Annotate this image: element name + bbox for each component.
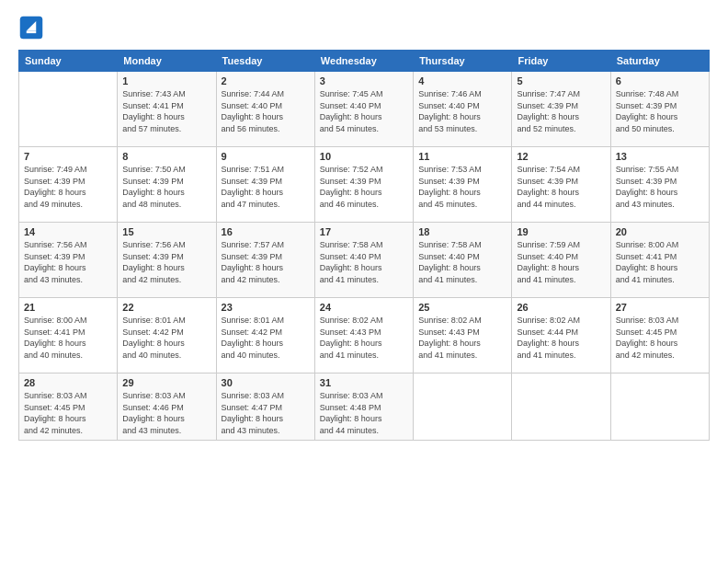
day-info: Sunrise: 7:54 AM Sunset: 4:39 PM Dayligh… (517, 164, 605, 210)
calendar-cell: 6Sunrise: 7:48 AM Sunset: 4:39 PM Daylig… (610, 72, 709, 147)
day-info: Sunrise: 8:02 AM Sunset: 4:44 PM Dayligh… (517, 315, 605, 361)
day-number: 3 (320, 75, 408, 86)
calendar-cell: 19Sunrise: 7:59 AM Sunset: 4:40 PM Dayli… (512, 223, 610, 298)
calendar-cell: 29Sunrise: 8:03 AM Sunset: 4:46 PM Dayli… (118, 373, 216, 441)
day-info: Sunrise: 8:00 AM Sunset: 4:41 PM Dayligh… (24, 315, 112, 361)
day-info: Sunrise: 8:02 AM Sunset: 4:43 PM Dayligh… (320, 315, 408, 361)
day-number: 16 (222, 226, 310, 237)
calendar-cell (19, 72, 118, 147)
weekday-header-thursday: Thursday (414, 51, 512, 72)
day-number: 11 (418, 151, 506, 162)
calendar-cell: 24Sunrise: 8:02 AM Sunset: 4:43 PM Dayli… (314, 298, 413, 373)
day-info: Sunrise: 8:02 AM Sunset: 4:43 PM Dayligh… (418, 315, 506, 361)
day-info: Sunrise: 7:56 AM Sunset: 4:39 PM Dayligh… (122, 239, 210, 285)
header (18, 15, 710, 40)
calendar-cell: 14Sunrise: 7:56 AM Sunset: 4:39 PM Dayli… (19, 223, 118, 298)
calendar-cell: 7Sunrise: 7:49 AM Sunset: 4:39 PM Daylig… (19, 147, 118, 223)
day-number: 6 (616, 75, 704, 86)
calendar-cell: 9Sunrise: 7:51 AM Sunset: 4:39 PM Daylig… (216, 147, 314, 223)
calendar-cell: 2Sunrise: 7:44 AM Sunset: 4:40 PM Daylig… (216, 72, 314, 147)
day-info: Sunrise: 8:03 AM Sunset: 4:47 PM Dayligh… (222, 390, 310, 436)
weekday-header-tuesday: Tuesday (216, 51, 314, 72)
calendar-cell: 31Sunrise: 8:03 AM Sunset: 4:48 PM Dayli… (314, 373, 413, 441)
calendar-cell: 1Sunrise: 7:43 AM Sunset: 4:41 PM Daylig… (118, 72, 216, 147)
day-info: Sunrise: 8:03 AM Sunset: 4:45 PM Dayligh… (616, 315, 704, 361)
calendar-cell: 18Sunrise: 7:58 AM Sunset: 4:40 PM Dayli… (414, 223, 512, 298)
day-number: 26 (517, 302, 605, 313)
day-number: 31 (320, 377, 408, 388)
day-info: Sunrise: 8:01 AM Sunset: 4:42 PM Dayligh… (122, 315, 210, 361)
day-info: Sunrise: 7:52 AM Sunset: 4:39 PM Dayligh… (320, 164, 408, 210)
day-info: Sunrise: 8:03 AM Sunset: 4:48 PM Dayligh… (320, 390, 408, 436)
calendar-cell: 4Sunrise: 7:46 AM Sunset: 4:40 PM Daylig… (414, 72, 512, 147)
calendar-cell: 8Sunrise: 7:50 AM Sunset: 4:39 PM Daylig… (118, 147, 216, 223)
calendar-cell: 22Sunrise: 8:01 AM Sunset: 4:42 PM Dayli… (118, 298, 216, 373)
day-info: Sunrise: 7:43 AM Sunset: 4:41 PM Dayligh… (122, 88, 210, 134)
calendar-cell: 25Sunrise: 8:02 AM Sunset: 4:43 PM Dayli… (414, 298, 512, 373)
calendar-table: SundayMondayTuesdayWednesdayThursdayFrid… (18, 50, 710, 441)
calendar-cell: 16Sunrise: 7:57 AM Sunset: 4:39 PM Dayli… (216, 223, 314, 298)
calendar-container: SundayMondayTuesdayWednesdayThursdayFrid… (0, 0, 728, 563)
calendar-cell (414, 373, 512, 441)
weekday-header-saturday: Saturday (610, 51, 709, 72)
day-number: 7 (24, 151, 112, 162)
day-number: 22 (122, 302, 210, 313)
weekday-header-wednesday: Wednesday (314, 51, 413, 72)
day-number: 25 (418, 302, 506, 313)
day-info: Sunrise: 7:58 AM Sunset: 4:40 PM Dayligh… (418, 239, 506, 285)
day-info: Sunrise: 8:01 AM Sunset: 4:42 PM Dayligh… (222, 315, 310, 361)
day-info: Sunrise: 7:48 AM Sunset: 4:39 PM Dayligh… (616, 88, 704, 134)
day-number: 1 (122, 75, 210, 86)
calendar-cell: 15Sunrise: 7:56 AM Sunset: 4:39 PM Dayli… (118, 223, 216, 298)
day-number: 15 (122, 226, 210, 237)
day-info: Sunrise: 7:50 AM Sunset: 4:39 PM Dayligh… (122, 164, 210, 210)
weekday-header-friday: Friday (512, 51, 610, 72)
day-number: 18 (418, 226, 506, 237)
day-number: 19 (517, 226, 605, 237)
day-number: 2 (222, 75, 310, 86)
day-number: 14 (24, 226, 112, 237)
calendar-cell (512, 373, 610, 441)
day-number: 13 (616, 151, 704, 162)
day-info: Sunrise: 7:55 AM Sunset: 4:39 PM Dayligh… (616, 164, 704, 210)
day-info: Sunrise: 7:56 AM Sunset: 4:39 PM Dayligh… (24, 239, 112, 285)
day-info: Sunrise: 7:59 AM Sunset: 4:40 PM Dayligh… (517, 239, 605, 285)
calendar-cell: 12Sunrise: 7:54 AM Sunset: 4:39 PM Dayli… (512, 147, 610, 223)
day-info: Sunrise: 7:45 AM Sunset: 4:40 PM Dayligh… (320, 88, 408, 134)
calendar-cell: 21Sunrise: 8:00 AM Sunset: 4:41 PM Dayli… (19, 298, 118, 373)
day-number: 8 (122, 151, 210, 162)
day-info: Sunrise: 8:03 AM Sunset: 4:45 PM Dayligh… (24, 390, 112, 436)
day-number: 28 (24, 377, 112, 388)
calendar-cell: 26Sunrise: 8:02 AM Sunset: 4:44 PM Dayli… (512, 298, 610, 373)
logo (18, 15, 48, 40)
day-number: 20 (616, 226, 704, 237)
calendar-cell: 28Sunrise: 8:03 AM Sunset: 4:45 PM Dayli… (19, 373, 118, 441)
calendar-cell: 11Sunrise: 7:53 AM Sunset: 4:39 PM Dayli… (414, 147, 512, 223)
calendar-cell: 23Sunrise: 8:01 AM Sunset: 4:42 PM Dayli… (216, 298, 314, 373)
day-info: Sunrise: 8:00 AM Sunset: 4:41 PM Dayligh… (616, 239, 704, 285)
calendar-cell (610, 373, 709, 441)
day-number: 9 (222, 151, 310, 162)
calendar-cell: 3Sunrise: 7:45 AM Sunset: 4:40 PM Daylig… (314, 72, 413, 147)
calendar-cell: 20Sunrise: 8:00 AM Sunset: 4:41 PM Dayli… (610, 223, 709, 298)
day-info: Sunrise: 7:47 AM Sunset: 4:39 PM Dayligh… (517, 88, 605, 134)
svg-rect-2 (27, 31, 37, 34)
day-info: Sunrise: 7:44 AM Sunset: 4:40 PM Dayligh… (222, 88, 310, 134)
day-info: Sunrise: 7:46 AM Sunset: 4:40 PM Dayligh… (418, 88, 506, 134)
day-number: 27 (616, 302, 704, 313)
day-info: Sunrise: 7:49 AM Sunset: 4:39 PM Dayligh… (24, 164, 112, 210)
day-number: 24 (320, 302, 408, 313)
day-info: Sunrise: 8:03 AM Sunset: 4:46 PM Dayligh… (122, 390, 210, 436)
day-info: Sunrise: 7:58 AM Sunset: 4:40 PM Dayligh… (320, 239, 408, 285)
day-number: 17 (320, 226, 408, 237)
day-info: Sunrise: 7:51 AM Sunset: 4:39 PM Dayligh… (222, 164, 310, 210)
calendar-cell: 5Sunrise: 7:47 AM Sunset: 4:39 PM Daylig… (512, 72, 610, 147)
logo-icon (18, 15, 44, 40)
weekday-header-sunday: Sunday (19, 51, 118, 72)
weekday-header-monday: Monday (118, 51, 216, 72)
calendar-cell: 30Sunrise: 8:03 AM Sunset: 4:47 PM Dayli… (216, 373, 314, 441)
day-number: 10 (320, 151, 408, 162)
calendar-cell: 10Sunrise: 7:52 AM Sunset: 4:39 PM Dayli… (314, 147, 413, 223)
calendar-cell: 17Sunrise: 7:58 AM Sunset: 4:40 PM Dayli… (314, 223, 413, 298)
day-info: Sunrise: 7:53 AM Sunset: 4:39 PM Dayligh… (418, 164, 506, 210)
